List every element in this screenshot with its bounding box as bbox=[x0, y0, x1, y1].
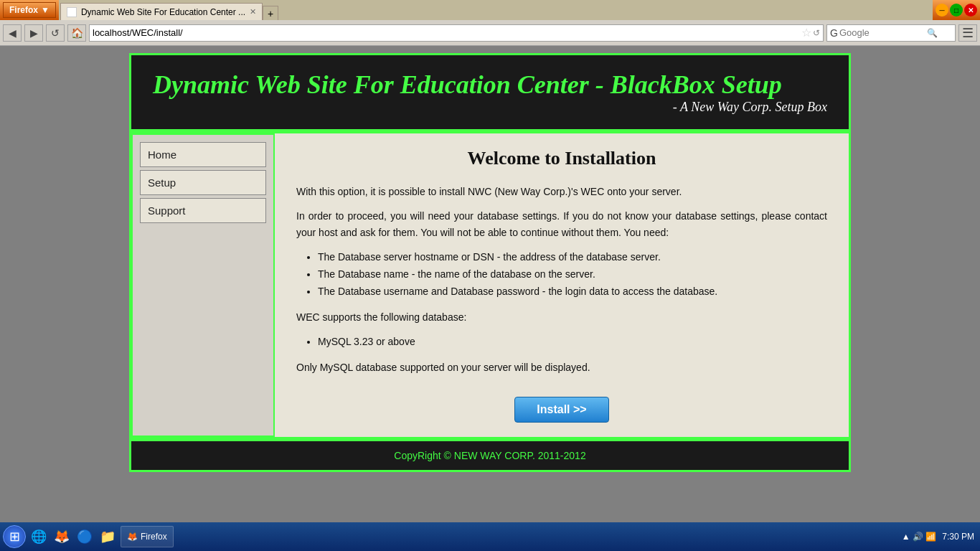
taskbar: ⊞ 🌐 🦊 🔵 📁 🦊 Firefox ▲ 🔊 📶 7:30 PM bbox=[0, 522, 980, 551]
firefox-label: Firefox bbox=[9, 5, 38, 15]
search-submit-icon[interactable]: 🔍 bbox=[927, 28, 938, 38]
requirements-list: The Database server hostname or DSN - th… bbox=[318, 249, 827, 300]
forward-button[interactable]: ▶ bbox=[24, 24, 43, 42]
chrome-taskbar-icon[interactable]: 🔵 bbox=[75, 527, 95, 547]
sidebar-item-support[interactable]: Support bbox=[140, 198, 266, 223]
page-wrapper: Dynamic Web Site For Education Center - … bbox=[0, 46, 980, 479]
database-list: MySQL 3.23 or above bbox=[318, 334, 827, 351]
list-item-mysql: MySQL 3.23 or above bbox=[318, 334, 827, 351]
taskbar-firefox-icon: 🦊 bbox=[127, 532, 138, 542]
list-item: The Database server hostname or DSN - th… bbox=[318, 249, 827, 266]
google-icon: G bbox=[830, 27, 838, 39]
windows-logo-icon: ⊞ bbox=[9, 529, 20, 545]
reload-icon-small[interactable]: ↺ bbox=[813, 28, 820, 38]
list-item: The Database username and Database passw… bbox=[318, 283, 827, 301]
tab-favicon bbox=[67, 7, 77, 17]
new-tab-button[interactable]: + bbox=[263, 6, 278, 20]
site-subtitle: - A New Way Corp. Setup Box bbox=[153, 100, 827, 115]
site-header: Dynamic Web Site For Education Center - … bbox=[129, 53, 851, 131]
close-button[interactable]: ✕ bbox=[964, 4, 977, 17]
firefox-menu-button[interactable]: Firefox ▼ bbox=[3, 2, 56, 18]
address-bar[interactable]: ☆ ↺ bbox=[89, 24, 824, 42]
clock: 7:30 PM bbox=[942, 532, 974, 542]
taskbar-firefox-window[interactable]: 🦊 Firefox bbox=[121, 526, 174, 547]
tab-title: Dynamic Web Site For Education Center ..… bbox=[81, 7, 245, 17]
minimize-button[interactable]: ─ bbox=[936, 4, 948, 17]
mysql-note: Only MySQL database supported on your se… bbox=[296, 359, 827, 375]
page-title: Welcome to Installation bbox=[296, 148, 827, 169]
tab-bar: Dynamic Web Site For Education Center ..… bbox=[59, 0, 933, 20]
install-button[interactable]: Install >> bbox=[514, 397, 608, 423]
sidebar: Home Setup Support bbox=[131, 133, 275, 437]
dropdown-arrow: ▼ bbox=[41, 5, 50, 15]
system-tray-icons: ▲ 🔊 📶 bbox=[902, 532, 937, 542]
reload-button[interactable]: ↺ bbox=[46, 24, 65, 42]
active-tab[interactable]: Dynamic Web Site For Education Center ..… bbox=[60, 3, 263, 20]
intro-text: With this option, it is possible to inst… bbox=[296, 184, 827, 199]
taskbar-firefox-label: Firefox bbox=[141, 532, 167, 542]
firefox-taskbar-icon[interactable]: 🦊 bbox=[52, 527, 72, 547]
folder-taskbar-icon[interactable]: 📁 bbox=[98, 527, 118, 547]
sidebar-item-home[interactable]: Home bbox=[140, 142, 266, 167]
ie-icon[interactable]: 🌐 bbox=[29, 527, 49, 547]
maximize-button[interactable]: □ bbox=[950, 4, 963, 17]
supported-label: WEC supports the following database: bbox=[296, 309, 827, 325]
window-controls: ─ □ ✕ bbox=[936, 4, 977, 17]
start-button[interactable]: ⊞ bbox=[3, 525, 26, 548]
back-button[interactable]: ◀ bbox=[3, 24, 22, 42]
para1-text: In order to proceed, you will need your … bbox=[296, 208, 827, 240]
navigation-bar: ◀ ▶ ↺ 🏠 ☆ ↺ G 🔍 ☰ bbox=[0, 20, 980, 46]
tab-close-button[interactable]: ✕ bbox=[250, 7, 256, 17]
main-layout: Home Setup Support Welcome to Installati… bbox=[129, 131, 851, 439]
copyright-text: CopyRight © NEW WAY CORP. 2011-2012 bbox=[394, 450, 585, 461]
sidebar-item-setup[interactable]: Setup bbox=[140, 170, 266, 195]
bookmark-star-icon[interactable]: ☆ bbox=[801, 26, 811, 39]
search-input[interactable] bbox=[839, 27, 925, 38]
site-title: Dynamic Web Site For Education Center - … bbox=[153, 70, 827, 100]
content-area: Welcome to Installation With this option… bbox=[275, 133, 849, 437]
home-button[interactable]: 🏠 bbox=[67, 24, 86, 42]
site-footer: CopyRight © NEW WAY CORP. 2011-2012 bbox=[129, 439, 851, 472]
install-button-wrapper: Install >> bbox=[296, 397, 827, 423]
address-input[interactable] bbox=[93, 27, 801, 38]
browser-menu-button[interactable]: ☰ bbox=[958, 24, 977, 42]
list-item: The Database name - the name of the data… bbox=[318, 266, 827, 283]
search-bar[interactable]: G 🔍 bbox=[826, 24, 956, 42]
title-bar: Firefox ▼ Dynamic Web Site For Education… bbox=[0, 0, 980, 20]
taskbar-right: ▲ 🔊 📶 7:30 PM bbox=[902, 532, 977, 542]
